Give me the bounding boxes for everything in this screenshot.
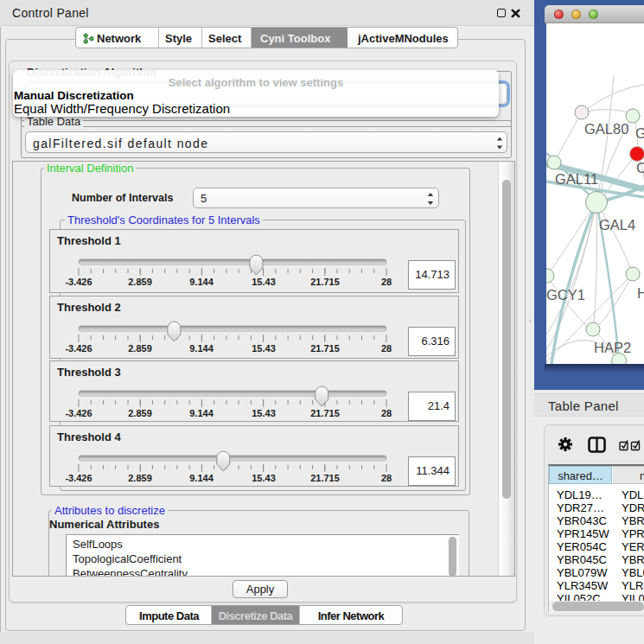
svg-text:GCY1: GCY1 <box>546 287 585 303</box>
svg-text:H: H <box>637 285 644 301</box>
svg-text:HAP2: HAP2 <box>594 340 631 355</box>
svg-text:GA: GA <box>635 125 644 141</box>
svg-text:GAL4: GAL4 <box>599 217 635 233</box>
svg-text:C: C <box>636 160 644 175</box>
svg-text:GAL80: GAL80 <box>584 121 628 137</box>
svg-text:GAL11: GAL11 <box>555 171 598 187</box>
